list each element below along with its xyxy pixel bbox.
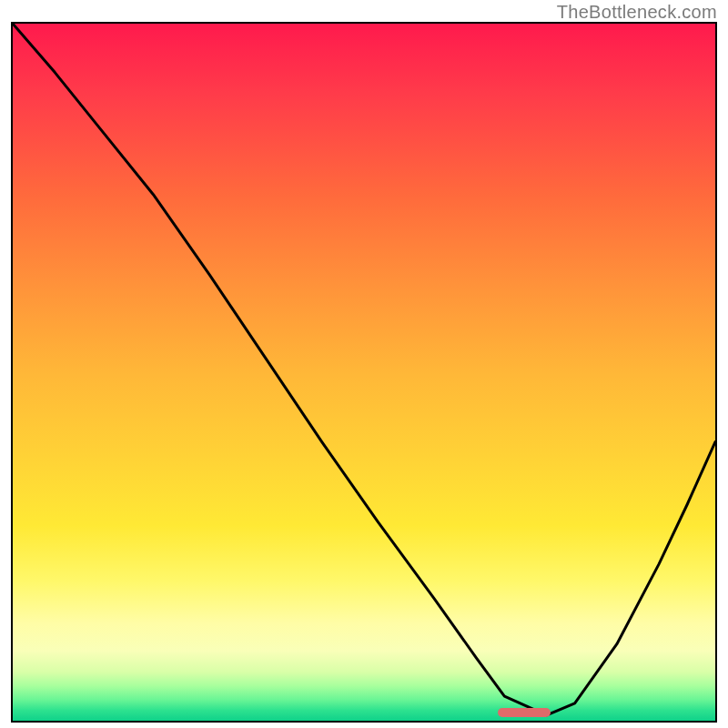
optimal-marker — [498, 708, 551, 717]
chart-frame — [11, 22, 717, 723]
bottleneck-curve — [13, 24, 715, 721]
curve-path — [13, 24, 715, 715]
watermark-text: TheBottleneck.com — [557, 2, 717, 23]
